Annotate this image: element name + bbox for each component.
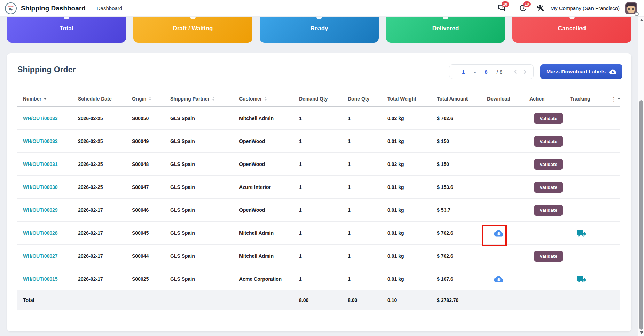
validate-button[interactable]: Validate (534, 113, 563, 124)
card-icon-cropped (190, 17, 196, 19)
user-avatar[interactable] (625, 2, 637, 14)
column-header-shipping-partner[interactable]: Shipping Partner (165, 96, 234, 102)
app-title[interactable]: Shipping Dashboard (21, 5, 86, 12)
company-switcher[interactable]: My Company (San Francisco) (551, 5, 620, 11)
cell-demand-qty: 1 (293, 267, 342, 290)
activities-icon[interactable]: 10 (519, 4, 528, 13)
pager-previous-icon[interactable] (513, 69, 518, 74)
cell-number: WH/OUT/00032 (17, 130, 72, 153)
order-number-link[interactable]: WH/OUT/00029 (23, 207, 58, 213)
card-label: Delivered (432, 25, 459, 32)
card-icon-cropped (443, 17, 448, 19)
cell-number: WH/OUT/00029 (17, 199, 72, 222)
cell-demand-qty: 1 (293, 199, 342, 222)
shipping-order-table: NumberSchedule DateOriginShipping Partne… (17, 91, 620, 310)
validate-button[interactable]: Validate (534, 251, 563, 262)
cell-number: WH/OUT/00027 (17, 245, 72, 267)
column-header-label: Demand Qty (299, 96, 328, 102)
order-number-link[interactable]: WH/OUT/00028 (23, 230, 58, 236)
order-number-link[interactable]: WH/OUT/00032 (23, 138, 58, 144)
app-logo[interactable]: odoo (5, 2, 17, 14)
column-header-label: Number (23, 96, 41, 102)
cell-options (606, 153, 620, 176)
pager-next-icon[interactable] (522, 69, 527, 74)
download-label-icon[interactable] (494, 229, 503, 238)
order-number-link[interactable]: WH/OUT/00015 (23, 276, 58, 282)
cell-download (481, 176, 524, 199)
column-header-demand-qty[interactable]: Demand Qty (293, 96, 342, 102)
column-header-origin[interactable]: Origin (126, 96, 165, 102)
order-number-link[interactable]: WH/OUT/00033 (23, 115, 58, 121)
cell-schedule-date: 2026-02-25 (72, 176, 126, 199)
tracking-truck-icon[interactable] (576, 229, 586, 238)
optional-columns-icon[interactable]: ⋮ (611, 96, 620, 102)
cell-action: Validate (524, 107, 565, 130)
pager-end[interactable]: 8 (485, 69, 487, 75)
status-card-draft-waiting[interactable]: Draft / Waiting (133, 17, 252, 43)
activities-badge: 10 (523, 1, 531, 7)
table-row: WH/OUT/000332026-02-25S00050GLS SpainMit… (17, 107, 620, 130)
column-options-header[interactable]: ⋮ (606, 96, 620, 102)
validate-button[interactable]: Validate (534, 182, 563, 193)
cell-action: Validate (524, 153, 565, 176)
column-header-label: Schedule Date (78, 96, 111, 102)
sort-descending-icon (44, 98, 47, 100)
pager-start[interactable]: 1 (462, 69, 465, 75)
cell-download (481, 222, 524, 245)
sort-toggle-icon (264, 97, 267, 101)
logo-odoo-text: odoo (8, 5, 14, 7)
status-card-cancelled[interactable]: Cancelled (512, 17, 631, 43)
mass-download-labels-button[interactable]: Mass Download Labels (540, 64, 622, 79)
order-number-link[interactable]: WH/OUT/00030 (23, 184, 58, 190)
cell-origin: S00025 (126, 267, 165, 290)
card-icon-cropped (569, 17, 575, 19)
column-header-customer[interactable]: Customer (234, 96, 293, 102)
cell-customer: Mitchell Admin (234, 245, 293, 267)
cell-options (606, 222, 620, 245)
cell-done-qty: 1 (342, 107, 382, 130)
column-header-done-qty[interactable]: Done Qty (342, 96, 382, 102)
messages-icon[interactable]: 10 (498, 4, 506, 13)
column-header-label: Done Qty (348, 96, 369, 102)
menu-item-dashboard[interactable]: Dashboard (97, 5, 122, 11)
validate-button[interactable]: Validate (534, 205, 563, 216)
cell-download (481, 267, 524, 290)
cell-options (606, 245, 620, 267)
status-card-delivered[interactable]: Delivered (386, 17, 505, 43)
cell-done-qty: 1 (342, 267, 382, 290)
tools-menu[interactable] (537, 4, 545, 13)
column-header-total-amount[interactable]: Total Amount (431, 96, 481, 102)
column-header-total-weight[interactable]: Total Weight (382, 96, 431, 102)
cell-action: Validate (524, 176, 565, 199)
status-card-ready[interactable]: Ready (260, 17, 379, 43)
total-demand-qty: 8.00 (293, 297, 342, 303)
cell-shipping-partner: GLS Spain (165, 107, 234, 130)
column-header-label: Action (529, 96, 545, 102)
total-done-qty: 8.00 (342, 297, 382, 303)
scroll-down-arrow-icon[interactable] (640, 331, 643, 334)
download-label-icon[interactable] (494, 274, 503, 284)
column-header-label: Total Amount (437, 96, 468, 102)
tracking-truck-icon[interactable] (576, 274, 586, 284)
table-row: WH/OUT/000152026-02-17S00025GLS SpainAcm… (17, 267, 620, 290)
cell-options (606, 130, 620, 153)
validate-button[interactable]: Validate (534, 136, 563, 147)
order-number-link[interactable]: WH/OUT/00027 (23, 253, 58, 259)
column-header-schedule-date[interactable]: Schedule Date (72, 96, 126, 102)
cell-shipping-partner: GLS Spain (165, 176, 234, 199)
column-header-label: Tracking (570, 96, 590, 102)
validate-button[interactable]: Validate (534, 159, 563, 170)
card-icon-cropped (316, 17, 322, 19)
cell-total-amount: $ 702.6 (431, 245, 481, 267)
status-card-total[interactable]: Total (7, 17, 126, 43)
cell-action (524, 267, 565, 290)
order-number-link[interactable]: WH/OUT/00031 (23, 161, 58, 167)
cell-schedule-date: 2026-02-25 (72, 107, 126, 130)
scroll-up-arrow-icon[interactable] (640, 19, 643, 21)
shipping-order-panel: Shipping Order 1 - 8 / 8 Mass Download L… (7, 53, 631, 331)
column-header-number[interactable]: Number (17, 96, 72, 102)
column-header-action: Action (524, 96, 565, 102)
cell-options (606, 107, 620, 130)
column-header-label: Origin (132, 96, 146, 102)
scrollbar-thumb[interactable] (639, 100, 643, 330)
